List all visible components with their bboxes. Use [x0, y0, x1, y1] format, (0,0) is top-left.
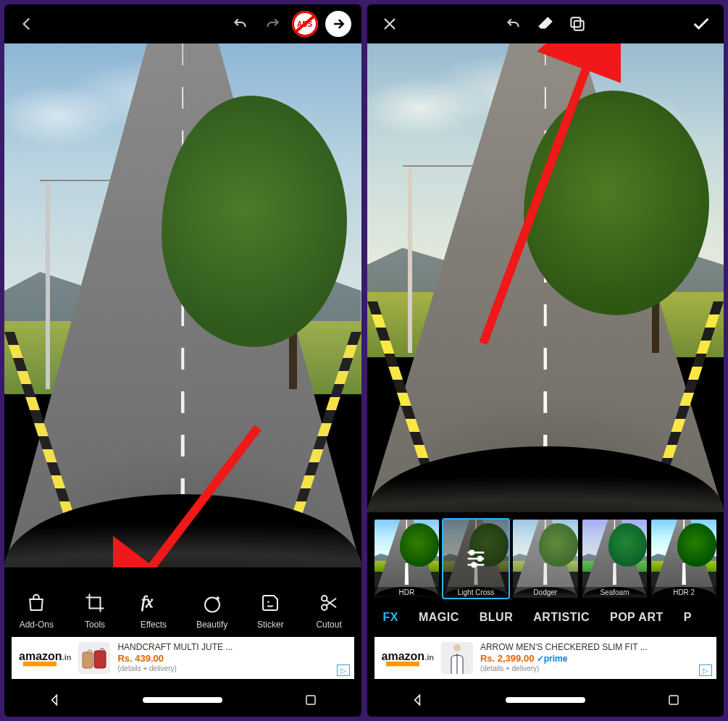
ad-text: ARROW MEN'S CHECKERED SLIM FIT ... Rs. 2… — [480, 642, 648, 674]
ad-text: HANDCRAFT MULTI JUTE ... Rs. 439.00 (det… — [117, 642, 233, 674]
effect-preview[interactable] — [367, 43, 724, 512]
no-ads-icon[interactable]: ADS — [292, 11, 318, 37]
tool-addons[interactable]: Add-Ons — [10, 591, 62, 630]
nav-recent-icon[interactable] — [298, 688, 323, 712]
photo-canvas[interactable] — [4, 43, 361, 567]
ad-sub: (details + delivery) — [480, 664, 648, 674]
shopping-bag-icon — [24, 591, 49, 615]
ad-brand: amazon.in — [19, 650, 71, 667]
ad-title: HANDCRAFT MULTI JUTE ... — [117, 642, 233, 653]
nav-home-icon[interactable] — [143, 697, 222, 703]
ad-price: Rs. 439.00 — [117, 653, 233, 664]
face-sparkle-icon — [200, 591, 225, 615]
ad-brand: amazon.in — [382, 650, 434, 667]
effect-thumb-hdr[interactable]: HDR — [375, 520, 440, 598]
ad-choices-icon[interactable]: ▷ — [699, 664, 712, 676]
ad-price: Rs. 2,399.00 — [480, 653, 534, 664]
effect-thumb-seafoam[interactable]: Seafoam — [582, 520, 648, 598]
sliders-icon — [443, 520, 509, 598]
thumb-label: HDR 2 — [651, 587, 716, 598]
prime-badge: ✓prime — [537, 654, 568, 664]
tool-tools[interactable]: Tools — [69, 591, 121, 630]
svg-rect-7 — [94, 651, 106, 668]
svg-point-12 — [470, 551, 474, 555]
effect-thumb-hdr-2[interactable]: HDR 2 — [651, 520, 716, 598]
thumb-label: Light Cross — [443, 587, 509, 598]
close-icon[interactable] — [377, 12, 402, 36]
svg-text:fx: fx — [141, 593, 153, 611]
svg-rect-6 — [83, 652, 93, 668]
svg-rect-10 — [574, 21, 583, 30]
crop-icon — [83, 591, 107, 615]
back-icon[interactable] — [14, 12, 39, 36]
android-nav-bar — [4, 683, 361, 717]
tool-sticker[interactable]: Sticker — [244, 591, 296, 630]
effects-screen: HDRLight CrossDodgerSeafoamHDR 2 FXMAGIC… — [367, 4, 724, 717]
eraser-icon[interactable] — [533, 12, 558, 36]
ad-sub: (details + delivery) — [117, 664, 233, 674]
svg-point-15 — [453, 644, 461, 651]
editor-main-screen: ADS — [4, 4, 361, 717]
nav-back-icon[interactable] — [405, 688, 430, 712]
svg-rect-16 — [669, 696, 678, 704]
thumb-label: Dodger — [513, 587, 578, 598]
svg-rect-8 — [306, 696, 315, 704]
android-nav-bar — [367, 683, 724, 717]
nav-home-icon[interactable] — [506, 697, 585, 703]
tool-beautify[interactable]: Beautify — [186, 591, 238, 630]
svg-rect-9 — [571, 17, 580, 27]
category-fx[interactable]: FX — [383, 611, 398, 624]
undo-icon[interactable] — [501, 12, 526, 36]
thumb-label: HDR — [375, 587, 440, 598]
scissors-icon — [317, 591, 341, 615]
effect-thumbnails: HDRLight CrossDodgerSeafoamHDR 2 — [367, 512, 724, 601]
category-p[interactable]: P — [684, 611, 692, 624]
undo-icon[interactable] — [228, 12, 253, 36]
svg-point-3 — [268, 601, 270, 604]
tool-label: Beautify — [196, 620, 227, 630]
tool-cutout[interactable]: Cutout — [303, 591, 355, 630]
tool-effects[interactable]: fx Effects — [127, 591, 180, 630]
tool-label: Sticker — [257, 620, 284, 630]
nav-recent-icon[interactable] — [661, 688, 686, 712]
ad-banner[interactable]: amazon.in ARROW MEN'S CHECKERED SLIM FIT… — [375, 637, 717, 679]
bottom-toolbar: Add-Ons Tools fx Effects Beautify — [4, 567, 361, 637]
category-artistic[interactable]: ARTISTIC — [533, 611, 590, 624]
svg-point-13 — [478, 557, 482, 561]
tool-label: Cutout — [316, 620, 341, 630]
layers-icon[interactable] — [565, 12, 590, 36]
tool-label: Add-Ons — [20, 620, 54, 630]
ad-banner[interactable]: amazon.in HANDCRAFT MULTI JUTE ... Rs. 4… — [12, 637, 354, 679]
tool-label: Tools — [85, 620, 105, 630]
nav-back-icon[interactable] — [42, 688, 67, 712]
category-magic[interactable]: MAGIC — [419, 611, 459, 624]
svg-point-14 — [472, 563, 476, 567]
tool-label: Effects — [141, 620, 167, 630]
ads-label: ADS — [297, 20, 312, 28]
ad-product-image — [441, 642, 473, 674]
next-button[interactable] — [325, 11, 351, 37]
editor-topbar: ADS — [4, 4, 361, 43]
ad-choices-icon[interactable]: ▷ — [337, 664, 350, 676]
effect-thumb-light-cross[interactable]: Light Cross — [443, 520, 509, 598]
effect-categories: FXMAGICBLURARTISTICPOP ARTP — [367, 601, 724, 637]
category-blur[interactable]: BLUR — [480, 611, 513, 624]
ad-product-image — [78, 642, 110, 674]
effects-topbar — [367, 4, 724, 43]
fx-icon: fx — [141, 591, 166, 615]
category-pop-art[interactable]: POP ART — [610, 611, 664, 624]
effect-thumb-dodger[interactable]: Dodger — [513, 520, 578, 598]
thumb-label: Seafoam — [582, 587, 648, 598]
sticker-icon — [258, 591, 283, 615]
apply-check-icon[interactable] — [689, 12, 714, 36]
ad-title: ARROW MEN'S CHECKERED SLIM FIT ... — [480, 642, 648, 653]
redo-icon[interactable] — [260, 12, 285, 36]
